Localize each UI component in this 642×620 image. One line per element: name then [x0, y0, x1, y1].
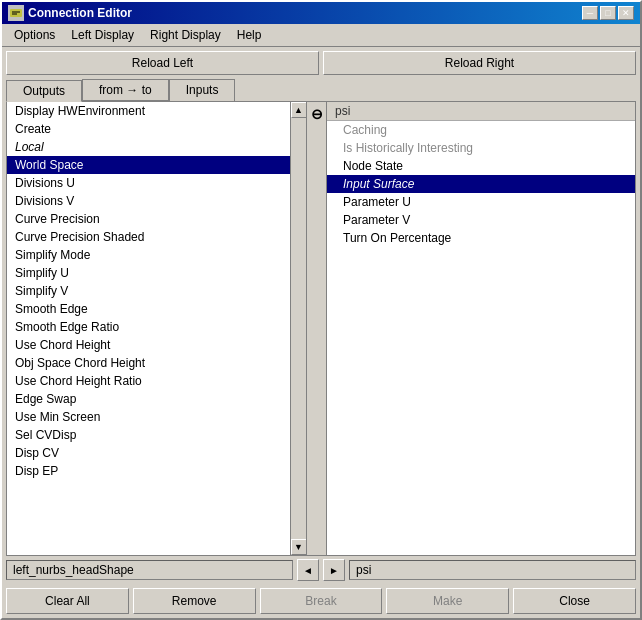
inputs-node-label: psi: [327, 102, 635, 121]
maximize-button[interactable]: □: [600, 6, 616, 20]
output-list-item[interactable]: Simplify Mode: [7, 246, 290, 264]
output-list-item[interactable]: Curve Precision Shaded: [7, 228, 290, 246]
output-list-item[interactable]: Divisions V: [7, 192, 290, 210]
output-list-item[interactable]: Display HWEnvironment: [7, 102, 290, 120]
menu-right-display[interactable]: Right Display: [142, 26, 229, 44]
output-list-item[interactable]: Disp EP: [7, 462, 290, 480]
toolbar: Reload Left Reload Right: [2, 47, 640, 79]
inputs-list: psi CachingIs Historically InterestingNo…: [327, 102, 635, 555]
main-window: Connection Editor ─ □ ✕ Options Left Dis…: [0, 0, 642, 620]
output-list-item[interactable]: World Space: [7, 156, 290, 174]
bottom-bar: Clear All Remove Break Make Close: [2, 584, 640, 618]
tab-outputs[interactable]: Outputs: [6, 80, 82, 102]
output-list-item[interactable]: Use Min Screen: [7, 408, 290, 426]
main-area: Display HWEnvironmentCreateLocalWorld Sp…: [6, 101, 636, 556]
window-title: Connection Editor: [28, 6, 132, 20]
close-button-bottom[interactable]: Close: [513, 588, 636, 614]
input-list-item[interactable]: Turn On Percentage: [327, 229, 635, 247]
output-list-item[interactable]: Edge Swap: [7, 390, 290, 408]
make-button[interactable]: Make: [386, 588, 509, 614]
outputs-scroll-wrapper: Display HWEnvironmentCreateLocalWorld Sp…: [7, 102, 306, 555]
output-list-item[interactable]: Sel CVDisp: [7, 426, 290, 444]
minus-icon: ⊖: [311, 106, 323, 122]
title-bar: Connection Editor ─ □ ✕: [2, 2, 640, 24]
output-list-item[interactable]: Curve Precision: [7, 210, 290, 228]
menu-options[interactable]: Options: [6, 26, 63, 44]
title-buttons: ─ □ ✕: [582, 6, 634, 20]
output-list-item[interactable]: Smooth Edge Ratio: [7, 318, 290, 336]
close-button[interactable]: ✕: [618, 6, 634, 20]
remove-button[interactable]: Remove: [133, 588, 256, 614]
reload-right-button[interactable]: Reload Right: [323, 51, 636, 75]
tab-inputs[interactable]: Inputs: [169, 79, 236, 101]
menu-bar: Options Left Display Right Display Help: [2, 24, 640, 47]
output-list-item[interactable]: Obj Space Chord Height: [7, 354, 290, 372]
input-list-item[interactable]: Caching: [327, 121, 635, 139]
next-button[interactable]: ►: [323, 559, 345, 581]
status-bar: left_nurbs_headShape ◄ ► psi: [2, 556, 640, 584]
output-list-item[interactable]: Create: [7, 120, 290, 138]
scroll-track[interactable]: [291, 118, 306, 539]
output-list-item[interactable]: Simplify V: [7, 282, 290, 300]
tab-from-to[interactable]: from → to: [82, 79, 169, 101]
input-list-item[interactable]: Is Historically Interesting: [327, 139, 635, 157]
inputs-panel: psi CachingIs Historically InterestingNo…: [327, 102, 635, 555]
output-list-item[interactable]: Divisions U: [7, 174, 290, 192]
scroll-down-button[interactable]: ▼: [291, 539, 307, 555]
clear-all-button[interactable]: Clear All: [6, 588, 129, 614]
outputs-scrollbar[interactable]: ▲ ▼: [290, 102, 306, 555]
divider-panel: ⊖: [307, 102, 327, 555]
minimize-button[interactable]: ─: [582, 6, 598, 20]
outputs-panel: Display HWEnvironmentCreateLocalWorld Sp…: [7, 102, 307, 555]
menu-help[interactable]: Help: [229, 26, 270, 44]
svg-rect-0: [10, 9, 22, 17]
output-list-item[interactable]: Smooth Edge: [7, 300, 290, 318]
break-button[interactable]: Break: [260, 588, 383, 614]
reload-left-button[interactable]: Reload Left: [6, 51, 319, 75]
input-list-item[interactable]: Node State: [327, 157, 635, 175]
input-list-item[interactable]: Parameter U: [327, 193, 635, 211]
prev-button[interactable]: ◄: [297, 559, 319, 581]
input-list-item[interactable]: Parameter V: [327, 211, 635, 229]
outputs-list: Display HWEnvironmentCreateLocalWorld Sp…: [7, 102, 290, 555]
output-list-item[interactable]: Simplify U: [7, 264, 290, 282]
output-list-item[interactable]: Use Chord Height: [7, 336, 290, 354]
input-list-item[interactable]: Input Surface: [327, 175, 635, 193]
output-list-item[interactable]: Disp CV: [7, 444, 290, 462]
output-list-item[interactable]: Local: [7, 138, 290, 156]
title-bar-left: Connection Editor: [8, 5, 132, 21]
left-node-field: left_nurbs_headShape: [6, 560, 293, 580]
tabs-row: Outputs from → to Inputs: [2, 79, 640, 101]
scroll-up-button[interactable]: ▲: [291, 102, 307, 118]
window-icon: [8, 5, 24, 21]
right-node-field: psi: [349, 560, 636, 580]
menu-left-display[interactable]: Left Display: [63, 26, 142, 44]
output-list-item[interactable]: Use Chord Height Ratio: [7, 372, 290, 390]
